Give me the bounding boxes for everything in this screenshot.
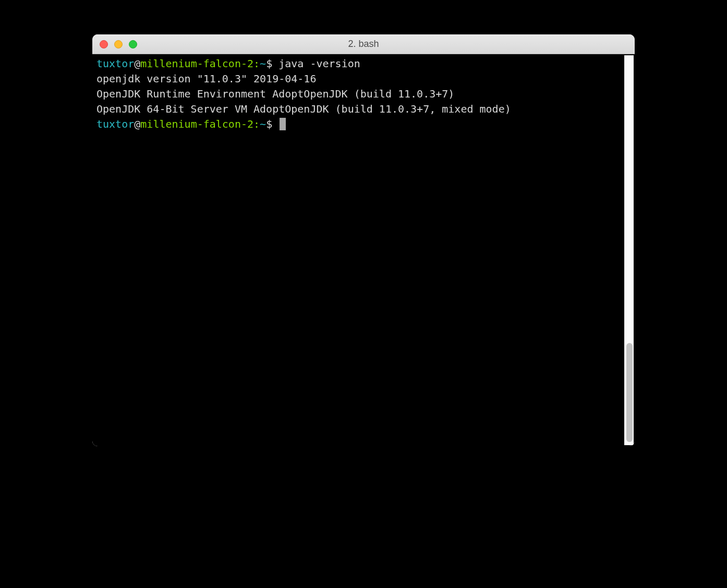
terminal-window: 2. bash tuxtor@millenium-falcon-2:~$ jav… [92, 34, 635, 446]
prompt-host: millenium-falcon-2: [140, 57, 260, 70]
prompt-at: @ [134, 118, 140, 130]
maximize-button[interactable] [129, 40, 137, 48]
prompt-user: tuxtor [96, 118, 134, 130]
scrollbar-thumb[interactable] [626, 343, 633, 442]
terminal-content[interactable]: tuxtor@millenium-falcon-2:~$ java -versi… [92, 54, 635, 134]
window-titlebar[interactable]: 2. bash [92, 34, 635, 54]
prompt-dollar: $ [266, 118, 278, 130]
minimize-button[interactable] [114, 40, 123, 48]
cursor-icon [280, 118, 286, 130]
prompt-dollar: $ [266, 57, 278, 70]
prompt-user: tuxtor [96, 57, 134, 70]
output-line: OpenJDK 64-Bit Server VM AdoptOpenJDK (b… [96, 103, 511, 115]
close-button[interactable] [100, 40, 108, 48]
output-line: openjdk version "11.0.3" 2019-04-16 [96, 72, 316, 85]
traffic-lights [92, 40, 137, 48]
command-text: java -version [278, 57, 360, 70]
prompt-tilde: ~ [260, 57, 266, 70]
output-line: OpenJDK Runtime Environment AdoptOpenJDK… [96, 88, 454, 100]
prompt-tilde: ~ [260, 118, 266, 130]
window-title: 2. bash [92, 39, 635, 50]
prompt-host: millenium-falcon-2: [140, 118, 260, 130]
prompt-at: @ [134, 57, 140, 70]
scrollbar-track[interactable] [624, 55, 634, 445]
terminal-body[interactable]: tuxtor@millenium-falcon-2:~$ java -versi… [92, 54, 635, 446]
